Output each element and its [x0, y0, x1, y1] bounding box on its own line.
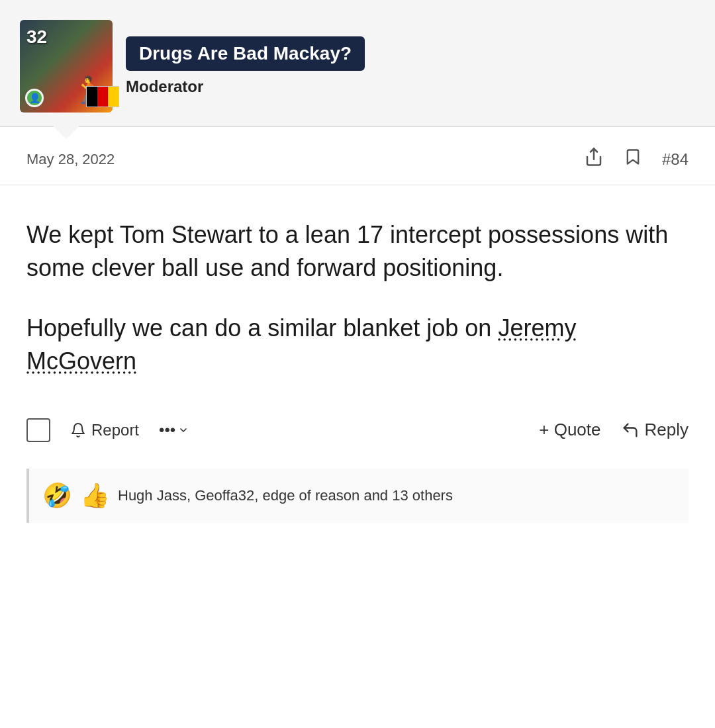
flag-badge	[86, 86, 119, 107]
flag-stripe-red	[97, 87, 108, 107]
chevron-down-icon	[178, 425, 189, 435]
avatar-wrapper	[20, 20, 113, 113]
post-meta: May 28, 2022 #84	[0, 127, 715, 185]
reply-button[interactable]: Reply	[621, 420, 689, 440]
flag-stripe-black	[87, 87, 97, 107]
reaction-emoji-laugh[interactable]: 🤣	[42, 482, 72, 510]
online-badge	[25, 89, 44, 107]
footer-left: Report •••	[26, 418, 189, 442]
footer-right: + Quote Reply	[539, 420, 689, 440]
bell-icon	[70, 422, 86, 438]
post-actions-right: #84	[584, 147, 689, 171]
post-number: #84	[662, 150, 689, 169]
reply-icon	[621, 421, 640, 439]
post-header: Drugs Are Bad Mackay? Moderator	[0, 0, 715, 127]
quote-label: + Quote	[539, 420, 600, 440]
reaction-emoji-like[interactable]: 👍	[80, 482, 110, 510]
reply-label: Reply	[645, 420, 689, 440]
share-icon[interactable]	[584, 147, 604, 171]
post-footer: Report ••• + Quote Reply	[0, 405, 715, 462]
post-date: May 28, 2022	[26, 151, 115, 168]
post-container: Drugs Are Bad Mackay? Moderator May 28, …	[0, 0, 715, 728]
report-button[interactable]: Report	[70, 421, 139, 439]
quote-button[interactable]: + Quote	[539, 420, 600, 440]
more-button[interactable]: •••	[159, 421, 189, 439]
user-info: Drugs Are Bad Mackay? Moderator	[126, 36, 365, 96]
bookmark-icon[interactable]	[624, 147, 642, 171]
user-role: Moderator	[126, 77, 365, 96]
flag-stripe-yellow	[108, 87, 119, 107]
post-paragraph-2-prefix: Hopefully we can do a similar blanket jo…	[26, 314, 498, 341]
username-badge[interactable]: Drugs Are Bad Mackay?	[126, 36, 365, 71]
post-body: We kept Tom Stewart to a lean 17 interce…	[0, 185, 715, 405]
select-checkbox[interactable]	[26, 418, 50, 442]
post-paragraph-2: Hopefully we can do a similar blanket jo…	[26, 312, 689, 379]
reaction-names: Hugh Jass, Geoffa32, edge of reason and …	[118, 487, 453, 504]
report-label: Report	[91, 421, 139, 439]
reactions-bar: 🤣 👍 Hugh Jass, Geoffa32, edge of reason …	[26, 469, 689, 523]
post-paragraph-1: We kept Tom Stewart to a lean 17 interce…	[26, 218, 689, 285]
more-dots: •••	[159, 421, 175, 439]
